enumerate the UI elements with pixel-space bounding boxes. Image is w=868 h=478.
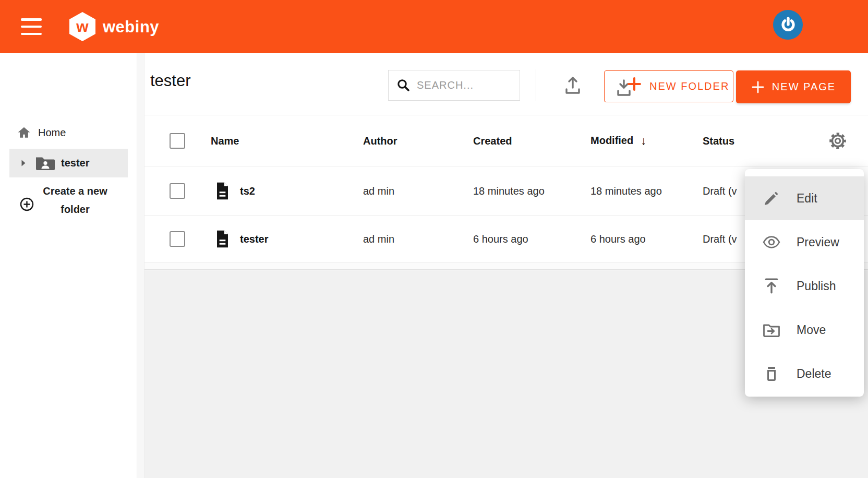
menu-item-edit[interactable]: Edit bbox=[745, 176, 864, 220]
plus-icon bbox=[626, 76, 642, 92]
row-actions-menu: Edit Preview Publish Move bbox=[745, 169, 864, 397]
create-new-folder-button[interactable]: Create a new folder bbox=[0, 181, 129, 228]
home-label: Home bbox=[38, 127, 66, 139]
user-avatar[interactable] bbox=[773, 10, 803, 40]
new-folder-label: NEW FOLDER bbox=[649, 80, 729, 92]
column-header-status[interactable]: Status bbox=[703, 135, 734, 147]
page-author: ad min bbox=[363, 233, 394, 245]
page-name: ts2 bbox=[240, 185, 255, 197]
row-checkbox[interactable] bbox=[170, 183, 185, 199]
sidebar-item-tester-folder[interactable]: tester bbox=[9, 149, 128, 177]
shared-folder-icon bbox=[35, 156, 55, 171]
export-icon bbox=[563, 75, 582, 95]
hamburger-menu-icon[interactable] bbox=[21, 18, 42, 35]
svg-text:w: w bbox=[76, 18, 89, 35]
webiny-hexagon-icon: w bbox=[68, 11, 97, 42]
sort-desc-icon: ↓ bbox=[641, 134, 646, 148]
menu-item-move[interactable]: Move bbox=[745, 308, 864, 352]
new-folder-button[interactable]: NEW FOLDER bbox=[604, 70, 733, 102]
sidebar-scrollbar[interactable] bbox=[137, 53, 144, 478]
chevron-right-icon[interactable] bbox=[21, 159, 26, 167]
page-modified: 18 minutes ago bbox=[590, 185, 662, 197]
column-header-created[interactable]: Created bbox=[473, 135, 512, 147]
menu-item-preview[interactable]: Preview bbox=[745, 220, 864, 264]
app-header: w webiny bbox=[0, 0, 868, 53]
trash-icon bbox=[763, 365, 780, 382]
search-input[interactable] bbox=[417, 79, 505, 91]
modified-label: Modified bbox=[590, 135, 633, 147]
menu-item-label: Move bbox=[797, 323, 826, 337]
sidebar-item-home[interactable]: Home bbox=[17, 121, 66, 144]
power-icon bbox=[779, 16, 797, 34]
webiny-logo[interactable]: w webiny bbox=[68, 11, 159, 42]
menu-item-publish[interactable]: Publish bbox=[745, 264, 864, 308]
table-header-row: Name Author Created Modified ↓ Status bbox=[144, 115, 868, 166]
menu-item-label: Preview bbox=[797, 235, 839, 249]
column-header-name[interactable]: Name bbox=[211, 135, 239, 147]
select-all-checkbox[interactable] bbox=[170, 133, 185, 149]
webiny-wordmark: webiny bbox=[103, 18, 159, 37]
menu-item-label: Delete bbox=[797, 367, 831, 381]
menu-item-label: Edit bbox=[797, 192, 817, 206]
page-document-icon bbox=[215, 230, 230, 248]
new-page-button[interactable]: NEW PAGE bbox=[736, 70, 851, 103]
page-title: tester bbox=[150, 71, 191, 90]
search-icon bbox=[396, 78, 411, 92]
plus-circle-icon bbox=[20, 197, 34, 211]
table-settings-button[interactable] bbox=[828, 131, 848, 151]
menu-item-label: Publish bbox=[797, 279, 836, 293]
page-modified: 6 hours ago bbox=[590, 233, 646, 245]
sidebar: Home tester Create a new folder bbox=[0, 53, 137, 478]
page-document-icon bbox=[215, 182, 230, 200]
new-page-label: NEW PAGE bbox=[772, 81, 836, 93]
export-button[interactable] bbox=[563, 75, 584, 95]
search-box[interactable] bbox=[388, 70, 520, 101]
toolbar: tester bbox=[144, 53, 868, 115]
page-name: tester bbox=[240, 233, 268, 245]
page-author: ad min bbox=[363, 185, 394, 197]
menu-item-delete[interactable]: Delete bbox=[745, 352, 864, 396]
plus-icon bbox=[751, 80, 765, 94]
publish-icon bbox=[763, 277, 780, 295]
gear-icon bbox=[828, 131, 848, 151]
move-folder-icon bbox=[763, 322, 780, 337]
status-badge: Draft (v bbox=[703, 185, 737, 197]
row-checkbox[interactable] bbox=[170, 231, 185, 247]
column-header-author[interactable]: Author bbox=[363, 135, 397, 147]
create-new-folder-label: Create a new folder bbox=[35, 181, 115, 219]
page-created: 18 minutes ago bbox=[473, 185, 545, 197]
toolbar-divider bbox=[536, 69, 536, 101]
eye-icon bbox=[763, 235, 780, 249]
folder-label: tester bbox=[61, 157, 89, 169]
page-created: 6 hours ago bbox=[473, 233, 528, 245]
status-badge: Draft (v bbox=[703, 233, 737, 245]
column-header-modified[interactable]: Modified ↓ bbox=[590, 134, 646, 148]
pencil-icon bbox=[763, 190, 780, 207]
home-icon bbox=[17, 126, 31, 139]
